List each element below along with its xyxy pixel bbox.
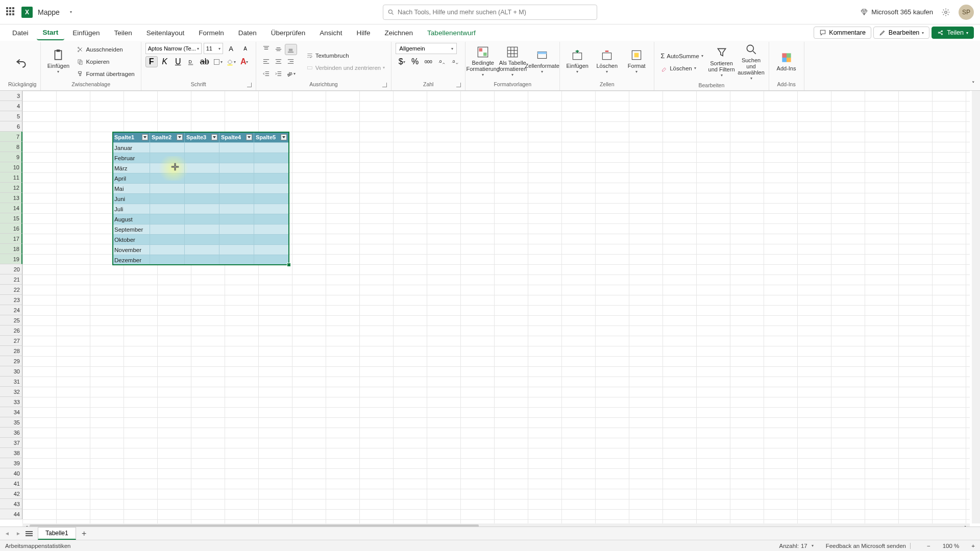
table-cell[interactable]	[150, 142, 185, 153]
ribbon-collapse-button[interactable]: ˅	[972, 81, 975, 87]
sheet-nav-prev[interactable]: ◄	[3, 530, 11, 538]
document-name[interactable]: Mappe	[38, 8, 60, 16]
currency-button[interactable]: $▾	[396, 56, 408, 67]
italic-button[interactable]: K	[159, 56, 171, 67]
format-cells-button[interactable]: Format▾	[623, 48, 650, 74]
table-cell[interactable]	[254, 224, 289, 234]
format-as-table-button[interactable]: Als Tabelle formatieren▾	[499, 45, 526, 78]
table-column-header[interactable]: Spalte5	[254, 132, 289, 142]
table-cell[interactable]	[185, 224, 219, 234]
align-top-button[interactable]	[260, 44, 273, 55]
row-header[interactable]: 31	[0, 377, 22, 387]
table-cell[interactable]	[219, 142, 254, 153]
table-row[interactable]: Juli	[113, 204, 289, 214]
align-bottom-button[interactable]	[285, 44, 297, 55]
share-button[interactable]: Teilen▾	[932, 27, 974, 39]
row-header[interactable]: 23	[0, 295, 22, 305]
decrease-indent-button[interactable]	[260, 68, 273, 80]
table-cell[interactable]	[254, 255, 289, 265]
sort-filter-button[interactable]: Sortieren und Filtern▾	[708, 46, 735, 78]
table-cell[interactable]	[185, 244, 219, 255]
app-launcher-icon[interactable]	[6, 7, 16, 17]
table-cell[interactable]	[150, 153, 185, 163]
increase-indent-button[interactable]	[273, 68, 285, 80]
table-cell[interactable]: Februar	[113, 153, 150, 163]
font-color-button[interactable]: A▾	[238, 56, 251, 67]
table-cell[interactable]: Juni	[113, 193, 150, 204]
addins-button[interactable]: Add-Ins	[773, 51, 800, 71]
spreadsheet-grid[interactable]: 3456789101112131415161718192021222324252…	[0, 91, 980, 531]
table-cell[interactable]: Mai	[113, 183, 150, 193]
table-cell[interactable]	[185, 234, 219, 244]
table-cell[interactable]	[219, 255, 254, 265]
align-middle-button[interactable]	[273, 44, 285, 55]
underline-button[interactable]: U	[172, 56, 184, 67]
row-header[interactable]: 4	[0, 101, 22, 111]
font-name-select[interactable]: Aptos Narrow (Te...▾	[145, 43, 202, 54]
tab-ansicht[interactable]: Ansicht	[313, 26, 348, 40]
table-cell[interactable]	[219, 173, 254, 183]
table-cell[interactable]: April	[113, 173, 150, 183]
row-header[interactable]: 25	[0, 315, 22, 325]
row-header[interactable]: 21	[0, 274, 22, 285]
table-cell[interactable]	[185, 204, 219, 214]
orientation-button[interactable]: ab▾	[285, 68, 297, 80]
table-cell[interactable]	[150, 255, 185, 265]
align-right-button[interactable]	[285, 56, 297, 67]
table-cell[interactable]	[254, 193, 289, 204]
row-header[interactable]: 15	[0, 213, 22, 223]
row-header[interactable]: 30	[0, 366, 22, 377]
row-header[interactable]: 41	[0, 479, 22, 489]
strikethrough-button[interactable]: ab	[199, 56, 211, 67]
table-cell[interactable]: August	[113, 214, 150, 224]
clear-button[interactable]: Löschen▾	[658, 63, 705, 74]
tab-tabellenentwurf[interactable]: Tabellenentwurf	[421, 26, 482, 40]
table-cell[interactable]	[219, 204, 254, 214]
table-cell[interactable]	[219, 214, 254, 224]
table-cell[interactable]	[185, 255, 219, 265]
table-cell[interactable]	[185, 142, 219, 153]
table-column-header[interactable]: Spalte2	[150, 132, 185, 142]
tab-ueberpruefen[interactable]: Überprüfen	[265, 26, 312, 40]
fill-color-button[interactable]: ▾	[225, 56, 237, 67]
table-cell[interactable]	[150, 234, 185, 244]
table-cell[interactable]	[150, 214, 185, 224]
row-header[interactable]: 19	[0, 254, 22, 264]
row-header[interactable]: 20	[0, 264, 22, 274]
row-header[interactable]: 33	[0, 397, 22, 407]
table-cell[interactable]	[254, 234, 289, 244]
zoom-out-button[interactable]: −	[927, 543, 930, 549]
table-cell[interactable]	[150, 244, 185, 255]
table-cell[interactable]	[150, 163, 185, 173]
increase-decimal-button[interactable]: .0	[435, 56, 448, 67]
tab-hilfe[interactable]: Hilfe	[351, 26, 377, 40]
comma-style-button[interactable]: 000	[422, 56, 434, 67]
table-cell[interactable]	[219, 234, 254, 244]
editing-mode-button[interactable]: Bearbeiten▾	[873, 27, 929, 39]
row-header[interactable]: 6	[0, 121, 22, 132]
table-row[interactable]: Februar	[113, 153, 289, 163]
table-cell[interactable]	[254, 244, 289, 255]
table-cell[interactable]	[185, 193, 219, 204]
filter-dropdown-icon[interactable]	[246, 134, 252, 140]
row-header[interactable]: 18	[0, 244, 22, 254]
row-header[interactable]: 44	[0, 509, 22, 519]
row-header[interactable]: 24	[0, 305, 22, 315]
table-row[interactable]: September	[113, 224, 289, 234]
table-cell[interactable]	[185, 214, 219, 224]
tab-formeln[interactable]: Formeln	[192, 26, 230, 40]
fill-handle[interactable]	[287, 263, 291, 267]
table-cell[interactable]	[254, 142, 289, 153]
row-header[interactable]: 16	[0, 223, 22, 234]
conditional-formatting-button[interactable]: Bedingte Formatierung▾	[470, 45, 496, 78]
row-header[interactable]: 13	[0, 193, 22, 203]
row-header[interactable]: 7	[0, 132, 22, 142]
copy-button[interactable]: Kopieren	[75, 56, 136, 67]
row-header[interactable]: 28	[0, 346, 22, 356]
double-underline-button[interactable]: D	[185, 56, 198, 67]
table-cell[interactable]	[254, 214, 289, 224]
table-cell[interactable]	[150, 224, 185, 234]
autosum-button[interactable]: ΣAutoSumme▾	[658, 51, 705, 62]
table-column-header[interactable]: Spalte1	[113, 132, 150, 142]
table-row[interactable]: August	[113, 214, 289, 224]
